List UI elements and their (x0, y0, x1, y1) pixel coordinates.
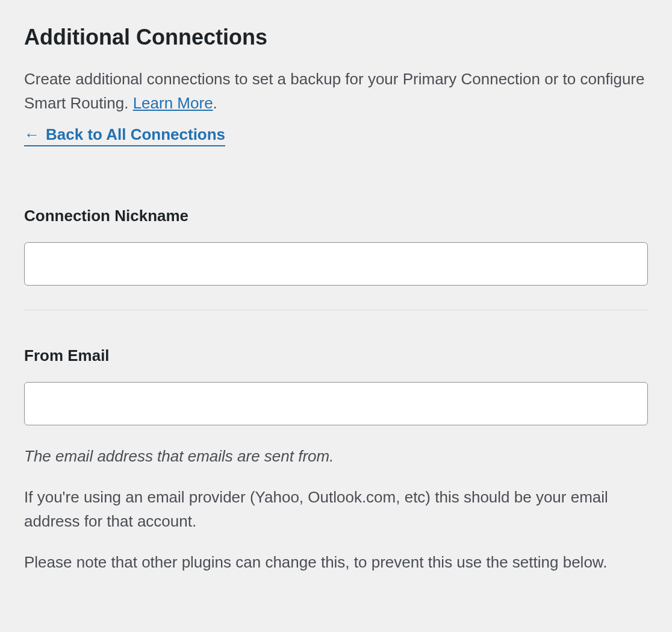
from-email-section: From Email The email address that emails… (24, 346, 648, 575)
description-suffix: . (213, 94, 217, 112)
from-email-help-1: If you're using an email provider (Yahoo… (24, 485, 648, 534)
connection-nickname-section: Connection Nickname (24, 207, 648, 286)
back-to-connections-link[interactable]: ← Back to All Connections (24, 125, 225, 146)
page-description: Create additional connections to set a b… (24, 67, 648, 116)
from-email-help-2: Please note that other plugins can chang… (24, 550, 648, 574)
connection-nickname-label: Connection Nickname (24, 207, 648, 225)
connection-nickname-input[interactable] (24, 242, 648, 286)
back-link-label: Back to All Connections (46, 125, 225, 144)
from-email-input[interactable] (24, 382, 648, 425)
section-divider (24, 310, 648, 310)
from-email-label: From Email (24, 346, 648, 365)
learn-more-link[interactable]: Learn More (133, 94, 213, 112)
page-title: Additional Connections (24, 24, 648, 50)
from-email-help-italic: The email address that emails are sent f… (24, 445, 648, 468)
arrow-left-icon: ← (24, 125, 40, 144)
description-text: Create additional connections to set a b… (24, 70, 644, 112)
